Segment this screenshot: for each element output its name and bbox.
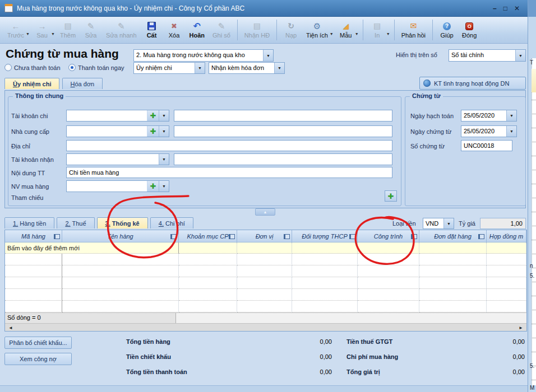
posting-date-picker[interactable]: 25/05/2020 ▼ [461,110,517,122]
currency-caret-icon[interactable]: ▼ [443,218,454,228]
grid-cell[interactable] [5,301,62,312]
exchange-rate-field[interactable]: 1,00 [480,218,526,229]
maximize-button[interactable]: □ [503,4,507,12]
grid-cell[interactable] [179,265,237,277]
grid-cell[interactable] [358,254,419,265]
grid-cell[interactable] [237,301,292,312]
allocate-discount-button[interactable]: Phân bổ chiết khấu... [4,337,72,349]
table-row[interactable] [5,289,526,301]
tab-thong-ke[interactable]: 3. Thống kê [97,217,148,228]
collapse-splitter-button[interactable]: ▲ [255,208,275,216]
doc-type-caret-icon[interactable]: ▼ [263,50,273,61]
toolbar-button-reload[interactable]: ↻ Nạp [280,17,302,43]
toolbar-button-add[interactable]: ▤ Thêm [56,17,80,43]
grid-cell[interactable] [358,265,419,277]
view-debt-button[interactable]: Xem công nợ [4,353,72,365]
grid-cell[interactable] [237,265,292,277]
toolbar-button-edit[interactable]: ✎ Sửa [80,17,102,43]
grid-cell[interactable] [292,277,358,289]
grid-cell[interactable] [292,254,358,265]
grid-cell[interactable] [179,289,237,301]
utilities-dropdown-caret-icon[interactable]: ▼ [330,32,334,36]
receive-account-combobox[interactable]: ▼ [66,153,169,165]
grid-cell[interactable] [237,277,292,289]
add-new-row[interactable]: Bấm vào đây để thêm mới [5,242,526,254]
grid-cell[interactable] [419,301,487,312]
toolbar-button-feedback[interactable]: ✉ Phản hồi [398,17,429,43]
pay-account-combobox[interactable]: ✚ ▼ [66,110,169,122]
invoice-mode-combobox[interactable]: Nhận kèm hóa đơn ▼ [209,62,285,74]
grid-cell[interactable] [62,289,179,301]
address-field[interactable] [66,140,392,151]
grid-cell[interactable] [5,289,62,301]
toolbar-button-quick-edit[interactable]: ✎ Sửa nhanh [102,17,140,43]
column-header-cong-trinh[interactable]: Công trình [358,230,419,242]
grid-cell[interactable] [292,301,358,312]
table-row[interactable] [5,265,526,277]
scroll-right-icon[interactable]: ► [516,324,525,332]
supplier-caret-icon[interactable]: ▼ [159,126,169,137]
next-dropdown-caret-icon[interactable]: ▼ [51,32,55,36]
tab-uy-nhiem-chi[interactable]: Ủy nhiệm chi [4,78,59,89]
column-header-hop-dong[interactable]: Hợp đồng m [487,230,526,242]
grid-cell[interactable] [419,289,487,301]
grid-cell[interactable] [62,254,179,265]
grid-cell[interactable] [358,277,419,289]
pin-icon[interactable] [170,234,177,239]
pin-icon[interactable] [54,234,60,239]
column-header-don-dat-hang[interactable]: Đơn đặt hàng [419,230,487,242]
grid-cell[interactable] [487,242,526,254]
column-header-ten-hang[interactable]: Tên hàng [62,230,179,242]
supplier-name-field[interactable] [174,125,392,137]
supplier-combobox[interactable]: ✚ ▼ [66,125,169,137]
pay-account-name-field[interactable] [174,110,392,122]
currency-combobox[interactable]: VND ▼ [423,218,454,229]
grid-cell[interactable] [419,277,487,289]
print-dropdown-caret-icon[interactable]: ▼ [386,32,390,36]
column-header-doi-tuong-thcp[interactable]: Đối tượng THCP [292,230,358,242]
tab-hang-tien[interactable]: 1. Hàng tiền [4,217,54,228]
column-header-ma-hang[interactable]: Mã hàng [5,230,62,242]
grid-cell[interactable] [5,265,62,277]
document-date-picker[interactable]: 25/05/2020 ▼ [461,125,517,137]
grid-cell[interactable] [292,265,358,277]
toolbar-button-undo[interactable]: ↶ Hoãn [186,17,209,43]
grid-cell[interactable] [292,289,358,301]
purchase-staff-combobox[interactable]: ✚ ▼ [66,180,169,192]
add-plus-icon[interactable]: ✚ [147,181,159,192]
table-row[interactable] [5,254,526,265]
grid-cell[interactable] [62,277,179,289]
payment-content-field[interactable] [66,167,392,178]
grid-cell[interactable] [237,242,292,254]
table-row[interactable] [5,277,526,289]
doc-type-combobox[interactable]: 2. Mua hàng trong nước không qua kho ▼ [133,49,274,62]
tab-chi-phi[interactable]: 4. Chi phí [150,217,193,228]
grid-cell[interactable] [179,242,237,254]
close-button[interactable]: ✕ [514,4,520,12]
tab-thue[interactable]: 2. Thuế [57,217,94,228]
grid-cell[interactable] [487,254,526,265]
minimize-button[interactable]: – [493,4,497,12]
toolbar-button-template[interactable]: ◢ Mẫu [335,17,357,43]
payment-method-combobox[interactable]: Ủy nhiệm chi ▼ [133,62,205,74]
grid-cell[interactable] [487,301,526,312]
grid-cell[interactable] [62,265,179,277]
column-header-khoan-muc-cp[interactable]: Khoản mục CP [179,230,237,242]
pin-icon[interactable] [478,234,484,239]
pin-icon[interactable] [411,234,417,239]
document-number-field[interactable] [461,140,512,151]
grid-cell[interactable] [487,277,526,289]
pin-icon[interactable] [284,234,290,239]
toolbar-button-next[interactable]: → Sau [31,17,53,43]
grid-cell[interactable] [179,301,237,312]
toolbar-button-utilities[interactable]: ⚙ Tiện ích [302,17,332,43]
grid-cell[interactable] [419,265,487,277]
purchase-staff-caret-icon[interactable]: ▼ [159,181,169,192]
grid-cell[interactable] [237,254,292,265]
table-row[interactable] [5,301,526,312]
toolbar-button-delete[interactable]: ✖ Xóa [163,17,186,43]
radio-unchecked-icon[interactable] [4,64,12,71]
grid-cell[interactable] [292,242,358,254]
toolbar-button-print[interactable]: ▤ In [366,17,389,43]
toolbar-button-post[interactable]: ✎ Ghi sổ [209,17,234,43]
